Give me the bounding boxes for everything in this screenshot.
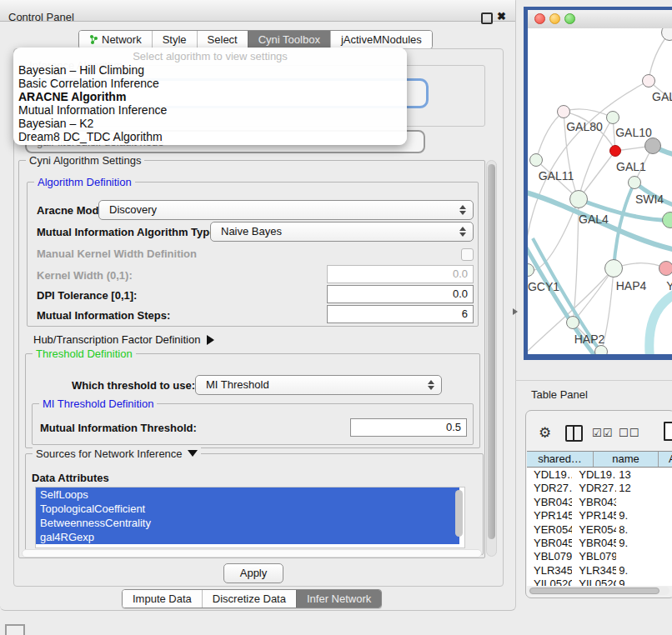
tab-cyni-toolbox[interactable]: Cyni Toolbox [248,31,330,48]
network-node-gal10[interactable] [606,111,619,124]
sources-group-title[interactable]: Sources for Network Inference [33,448,201,460]
table-cell: 13 [616,468,672,482]
table-cell: 9. [616,509,672,522]
which-threshold-select[interactable]: MI Threshold [195,375,442,395]
algorithm-option[interactable]: Dream8 DC_TDC Algorithm [13,130,407,143]
table-hscrollbar-thumb[interactable] [529,588,659,594]
network-view-canvas[interactable]: GALGAL80GAL10GAL1GAL11SWI4GAL4GCY1HAP4YH… [528,28,672,354]
network-node-gal80[interactable] [557,105,570,118]
top-tab-bar: NetworkStyleSelectCyni ToolboxjActiveMNo… [78,30,433,49]
close-icon[interactable]: ✖ [497,10,506,22]
column-header[interactable]: shared… [527,452,594,467]
table-cell: 9 [616,578,672,586]
tab-infer-network[interactable]: Infer Network [296,590,381,608]
mi-steps-label: Mutual Information Steps: [37,309,170,322]
maximize-traffic-light-icon[interactable] [564,13,575,24]
tab-network[interactable]: Network [79,31,152,48]
table-row[interactable]: YIL052CYIL052C9 [527,578,672,586]
aracne-mode-select[interactable]: Discovery [98,200,474,220]
network-node-y[interactable] [659,261,672,276]
combo-spinner-icon [459,204,466,216]
list-scrollbar-thumb[interactable] [455,490,463,537]
algorithm-option[interactable]: Bayesian – K2 [13,117,407,130]
network-node-gal11[interactable] [529,153,543,167]
table-row[interactable]: YDR27…YDR27…12 [527,482,672,495]
tab-style[interactable]: Style [152,31,197,48]
float-window-icon[interactable] [481,12,493,24]
network-node-hap2[interactable] [566,316,579,329]
table-row[interactable]: YPR145WYPR145W9. [527,509,672,522]
tab-label: Select [208,33,238,46]
algorithm-option[interactable]: Mutual Information Inference [13,103,407,117]
network-node-hap4[interactable] [604,259,623,278]
deselect-checkboxes-icon[interactable]: ☐☐ [619,427,639,439]
table-cell: YIL052C [572,578,616,586]
panel-divider [515,380,672,381]
network-node-gal[interactable] [642,74,655,88]
tab-label: Network [102,33,142,46]
tab-label: Discretize Data [213,592,286,605]
mi-algorithm-type-label: Mutual Information Algorithm Type: [37,226,219,238]
tab-select[interactable]: Select [197,31,248,48]
settings-scrollbar-thumb[interactable] [488,164,495,539]
tab-label: Impute Data [133,592,192,605]
data-attribute-item[interactable]: BetweennessCentrality [36,516,459,530]
select-all-checkboxes-icon[interactable]: ☑☑ [592,427,613,439]
kernel-width-field[interactable]: 0.0 [327,265,474,283]
minimized-panel-icon[interactable] [5,624,25,635]
dpi-tolerance-label: DPI Tolerance [0,1]: [37,289,137,302]
new-table-icon[interactable] [664,422,672,441]
column-header[interactable]: name [594,452,659,467]
table-cell: YER054C [572,523,616,537]
columns-icon[interactable] [565,425,583,442]
mi-algorithm-type-select[interactable]: Naive Bayes [210,222,474,242]
table-row[interactable]: YBR045CYBR045C9. [527,537,672,550]
tab-impute-data[interactable]: Impute Data [123,590,202,608]
algorithm-option[interactable]: Bayesian – Hill Climbing [13,63,407,77]
close-traffic-light-icon[interactable] [534,13,545,24]
table-row[interactable]: YBR043CYBR043C [527,496,672,509]
network-node-swi4[interactable] [628,176,641,189]
data-attribute-item[interactable]: gal4RGexp [36,530,459,544]
data-attribute-item[interactable]: TopologicalCoefficient [36,502,459,516]
mi-steps-field[interactable]: 6 [327,305,474,323]
manual-kernel-width-checkbox[interactable] [461,248,474,261]
table-cell: 8. [616,523,672,537]
table-body: YDL19…YDL19…13YDR27…YDR27…12YBR043CYBR04… [527,468,672,586]
tab-label: jActiveMNodules [341,33,422,46]
table-cell: YBR045C [572,537,616,550]
tab-jactivemnodules[interactable]: jActiveMNodules [330,31,432,48]
network-node-gal4[interactable] [569,190,588,208]
table-cell [616,550,672,563]
tab-discretize-data[interactable]: Discretize Data [202,590,296,608]
table-cell: 9. [616,537,672,550]
horizontal-scroll-track[interactable] [22,549,482,558]
table-row[interactable]: YBL079WYBL079W [527,550,672,563]
node-label: GAL [652,90,672,103]
column-header[interactable]: A [659,452,672,467]
network-node[interactable] [594,345,608,354]
network-node[interactable] [644,138,661,154]
table-row[interactable]: YLR345WYLR345W9. [527,564,672,578]
tab-label: Style [163,33,187,46]
table-cell: 9. [616,564,672,578]
table-cell: YLR345W [527,564,572,578]
table-row[interactable]: YER054CYER054C8. [527,523,672,537]
mi-threshold-field[interactable]: 0.5 [350,418,467,437]
network-node-gal1[interactable] [609,145,621,157]
control-panel-titlebar [0,0,515,22]
which-threshold-label: Which threshold to use: [72,379,195,392]
table-row[interactable]: YDL19…YDL19…13 [527,468,672,482]
minimize-traffic-light-icon[interactable] [549,13,560,24]
splitter-cursor-icon [513,308,518,315]
cyni-algorithm-settings-title: Cyni Algorithm Settings [26,154,144,167]
data-attribute-item[interactable]: SelfLoops [36,488,459,502]
algorithm-option[interactable]: Basic Correlation Inference [13,77,407,90]
table-header-row: shared…nameA [527,451,672,468]
hub-definition-expander[interactable]: Hub/Transcription Factor Definition [33,333,214,346]
table-cell: YIL052C [527,578,572,586]
algorithm-option[interactable]: ARACNE Algorithm [13,90,407,103]
dpi-tolerance-field[interactable]: 0.0 [327,285,474,303]
apply-button[interactable]: Apply [223,563,283,583]
gear-icon[interactable]: ⚙ [539,424,551,442]
